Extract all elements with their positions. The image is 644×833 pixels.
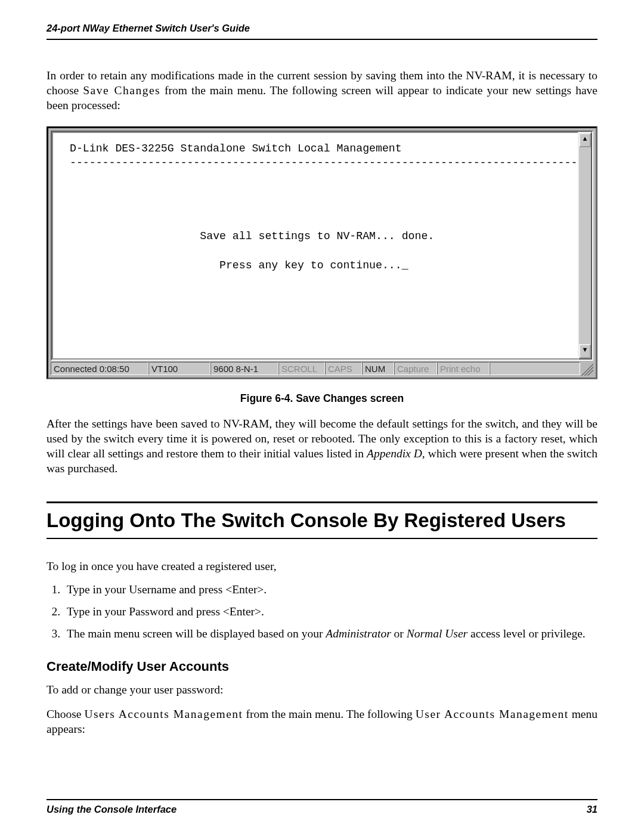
status-caps: CAPS: [325, 362, 362, 375]
paragraph-choose-users: Choose Users Accounts Management from th…: [47, 707, 597, 737]
section-heading: Logging Onto The Switch Console By Regis…: [47, 509, 597, 532]
statusbar: Connected 0:08:50 VT100 9600 8-N-1 SCROL…: [51, 362, 580, 375]
list-item: Type in your Username and press <Enter>.: [63, 583, 597, 597]
running-header: 24-port NWay Ethernet Switch User's Guid…: [47, 23, 597, 40]
resize-grip-icon[interactable]: [581, 364, 593, 376]
terminal-title: D-Link DES-3225G Standalone Switch Local…: [70, 143, 402, 154]
login-steps: Type in your Username and press <Enter>.…: [47, 583, 597, 642]
list-item: The main menu screen will be displayed b…: [63, 627, 597, 642]
status-scroll: SCROLL: [278, 362, 325, 375]
page-number: 31: [587, 804, 597, 815]
text: from the main menu. The following: [243, 708, 416, 720]
terminal-msg-saved: Save all settings to NV-RAM... done.: [200, 230, 434, 242]
figure-caption: Figure 6-4. Save Changes screen: [47, 392, 597, 405]
vertical-scrollbar[interactable]: ▲ ▼: [578, 132, 592, 360]
terminal-viewport: D-Link DES-3225G Standalone Switch Local…: [52, 132, 578, 360]
role-admin: Administrator: [326, 627, 391, 640]
status-port: 9600 8-N-1: [210, 362, 278, 375]
menu-ref-users-acct-mgmt: Users Accounts Management: [84, 708, 243, 720]
text: or: [391, 627, 407, 640]
text: Choose: [47, 708, 84, 720]
footer-section: Using the Console Interface: [47, 804, 177, 815]
scroll-down-icon[interactable]: ▼: [579, 344, 591, 358]
list-item: Type in your Password and press <Enter>.: [63, 605, 597, 620]
text: access level or privilege.: [467, 627, 586, 640]
status-terminal: VT100: [148, 362, 210, 375]
paragraph-intro: In order to retain any modifications mad…: [47, 69, 597, 113]
menu-ref-user-acct-mgmt2: User Accounts Management: [416, 708, 569, 720]
status-print-echo: Print echo: [437, 362, 490, 375]
paragraph-after: After the settings have been saved to NV…: [47, 417, 597, 476]
scroll-up-icon[interactable]: ▲: [579, 133, 591, 147]
status-num: NUM: [362, 362, 394, 375]
subheading-create-modify: Create/Modify User Accounts: [47, 659, 597, 674]
terminal-frame: D-Link DES-3225G Standalone Switch Local…: [51, 131, 593, 361]
terminal-msg-continue: Press any key to continue..._: [219, 259, 408, 271]
appendix-ref: Appendix D: [367, 447, 422, 460]
terminal-text: D-Link DES-3225G Standalone Switch Local…: [70, 141, 572, 273]
running-footer: Using the Console Interface 31: [47, 799, 597, 815]
text: The main menu screen will be displayed b…: [67, 627, 326, 640]
status-connected: Connected 0:08:50: [51, 362, 148, 375]
paragraph-addchange: To add or change your user password:: [47, 683, 597, 698]
terminal-divider: ----------------------------------------…: [70, 157, 578, 169]
terminal-window: D-Link DES-3225G Standalone Switch Local…: [47, 126, 597, 379]
document-page: 24-port NWay Ethernet Switch User's Guid…: [0, 0, 644, 833]
paragraph-login-intro: To log in once you have created a regist…: [47, 559, 597, 574]
status-spacer: [490, 362, 580, 375]
rule-top: [47, 501, 597, 503]
rule-bottom: [47, 538, 597, 539]
role-normal: Normal User: [407, 627, 467, 640]
menu-ref-save-changes: Save Changes: [83, 84, 160, 97]
status-capture: Capture: [394, 362, 437, 375]
